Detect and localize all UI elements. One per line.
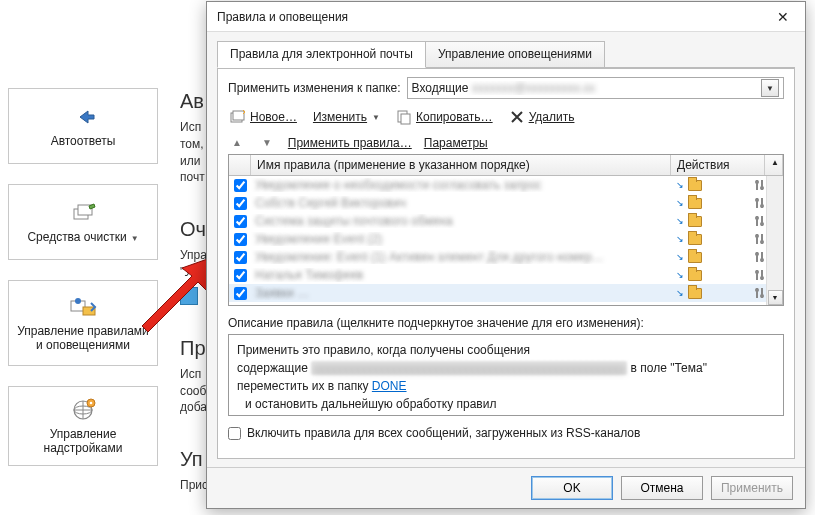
svg-rect-10 — [233, 111, 244, 120]
folder-icon — [688, 198, 702, 209]
cancel-button[interactable]: Отмена — [621, 476, 703, 500]
rule-enabled-checkbox[interactable] — [234, 233, 247, 246]
delete-icon — [509, 109, 525, 125]
settings-sidebar: Автоответы Средства очистки▼ Управление … — [8, 88, 158, 486]
rule-row[interactable]: Заявки …↘ — [229, 284, 783, 302]
svg-point-40 — [760, 294, 764, 298]
svg-point-27 — [755, 234, 759, 238]
run-rules-now-link[interactable]: Применить правила… — [288, 136, 412, 150]
rule-condition-value-link[interactable]: xxxxxxxxxxxxxxxxxxxxxxxxxxxxxxxxxxxxxxxx… — [311, 361, 627, 375]
rule-name-text: Уведомление: Event (1) Активен элемент Д… — [251, 250, 672, 264]
apply-button[interactable]: Применить — [711, 476, 793, 500]
rule-action-icons: ↘ — [672, 287, 766, 299]
tab-panel: Применить изменения к папке: Входящие xx… — [217, 69, 795, 459]
rules-icon — [67, 293, 99, 321]
scroll-up-button[interactable]: ▲ — [765, 155, 783, 175]
folder-select[interactable]: Входящие xxxxxxx@xxxxxxxxx.xx ▼ — [407, 77, 784, 99]
move-arrow-icon: ↘ — [676, 270, 684, 280]
rule-row[interactable]: Собств Сергей Викторович↘ — [229, 194, 783, 212]
arrow-left-icon — [68, 103, 98, 131]
options-link[interactable]: Параметры — [424, 136, 488, 150]
svg-point-39 — [755, 288, 759, 292]
folder-icon — [688, 288, 702, 299]
rule-name-text: Система защиты почтового обмена — [251, 214, 672, 228]
rule-enabled-checkbox[interactable] — [234, 287, 247, 300]
card-label: Автоответы — [51, 135, 116, 149]
card-label: Управление надстройками — [13, 428, 153, 456]
rule-enabled-checkbox[interactable] — [234, 269, 247, 282]
rule-description-label: Описание правила (щелкните подчеркнутое … — [228, 316, 784, 330]
copy-rule-button[interactable]: Копировать… — [394, 107, 495, 127]
wrench-icon — [754, 197, 766, 209]
svg-point-20 — [760, 204, 764, 208]
svg-point-28 — [760, 240, 764, 244]
folder-icon — [688, 180, 702, 191]
move-arrow-icon: ↘ — [676, 252, 684, 262]
rule-action-icons: ↘ — [672, 269, 766, 281]
scroll-down-button[interactable]: ▼ — [768, 290, 783, 305]
rule-action-icons: ↘ — [672, 215, 766, 227]
delete-rule-button[interactable]: Удалить — [507, 107, 577, 127]
card-manage-rules[interactable]: Управление правилами и оповещениями — [8, 280, 158, 366]
svg-point-16 — [760, 186, 764, 190]
move-arrow-icon: ↘ — [676, 198, 684, 208]
column-rule-name[interactable]: Имя правила (применение в указанном поря… — [251, 155, 671, 175]
card-label: Управление правилами и оповещениями — [13, 325, 153, 353]
rules-list-header: Имя правила (применение в указанном поря… — [229, 155, 783, 176]
rule-name-text: Собств Сергей Викторович — [251, 196, 672, 210]
rule-description-box: Применить это правило, когда получены со… — [228, 334, 784, 416]
rules-list-box: Имя правила (применение в указанном поря… — [228, 154, 784, 306]
tab-strip: Правила для электронной почты Управление… — [207, 32, 805, 67]
svg-point-15 — [755, 180, 759, 184]
column-actions[interactable]: Действия — [671, 155, 765, 175]
close-button[interactable]: ✕ — [761, 2, 805, 32]
wrench-icon — [754, 215, 766, 227]
folder-icon — [688, 216, 702, 227]
chevron-down-icon: ▼ — [372, 113, 380, 122]
rule-action-icons: ↘ — [672, 233, 766, 245]
rule-enabled-checkbox[interactable] — [234, 179, 247, 192]
tab-manage-alerts[interactable]: Управление оповещениями — [426, 41, 605, 68]
wrench-icon — [754, 179, 766, 191]
tab-email-rules[interactable]: Правила для электронной почты — [217, 41, 426, 68]
rule-row[interactable]: Наталья Тимофеев↘ — [229, 266, 783, 284]
rule-row[interactable]: Уведомление Event (2)↘ — [229, 230, 783, 248]
scrollbar[interactable]: ▼ — [766, 176, 783, 305]
svg-point-35 — [755, 270, 759, 274]
rules-toolbar: Новое… Изменить▼ Копировать… Удалить — [228, 107, 784, 127]
card-label: Средства очистки▼ — [27, 231, 138, 245]
card-manage-addins[interactable]: Управление надстройками — [8, 386, 158, 466]
rule-row[interactable]: Уведомление: Event (1) Активен элемент Д… — [229, 248, 783, 266]
dialog-footer: OK Отмена Применить — [207, 467, 805, 508]
wrench-icon — [754, 251, 766, 263]
rule-row[interactable]: Уведомление о необходимости согласовать … — [229, 176, 783, 194]
rule-name-text: Уведомление о необходимости согласовать … — [251, 178, 672, 192]
change-rule-button[interactable]: Изменить▼ — [311, 108, 382, 126]
svg-rect-12 — [401, 114, 410, 124]
rule-row[interactable]: Система защиты почтового обмена↘ — [229, 212, 783, 230]
cleanup-icon — [68, 199, 98, 227]
rule-enabled-checkbox[interactable] — [234, 215, 247, 228]
rules-list[interactable]: ▼ Уведомление о необходимости согласоват… — [229, 176, 783, 305]
rss-rules-checkbox[interactable] — [228, 427, 241, 440]
rss-rules-label: Включить правила для всех сообщений, заг… — [247, 426, 640, 440]
svg-point-3 — [75, 298, 81, 304]
rule-action-icons: ↘ — [672, 197, 766, 209]
move-down-button[interactable]: ▼ — [258, 135, 276, 150]
card-auto-replies[interactable]: Автоответы — [8, 88, 158, 164]
move-arrow-icon: ↘ — [676, 216, 684, 226]
rule-folder-link[interactable]: DONE — [372, 379, 407, 393]
chevron-down-icon[interactable]: ▼ — [761, 79, 779, 97]
new-rule-button[interactable]: Новое… — [228, 107, 299, 127]
rule-enabled-checkbox[interactable] — [234, 197, 247, 210]
rule-action-icons: ↘ — [672, 179, 766, 191]
new-rule-icon — [230, 109, 246, 125]
card-cleanup-tools[interactable]: Средства очистки▼ — [8, 184, 158, 260]
folder-label: Применить изменения к папке: — [228, 81, 401, 95]
move-up-button[interactable]: ▲ — [228, 135, 246, 150]
ok-button[interactable]: OK — [531, 476, 613, 500]
rule-enabled-checkbox[interactable] — [234, 251, 247, 264]
wrench-icon — [754, 269, 766, 281]
folder-icon — [688, 270, 702, 281]
move-arrow-icon: ↘ — [676, 288, 684, 298]
